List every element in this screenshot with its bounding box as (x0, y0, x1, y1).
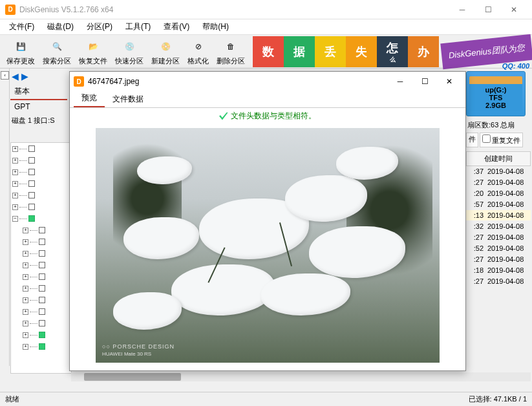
tree-row[interactable]: + (11, 283, 71, 294)
expand-icon[interactable]: + (23, 309, 28, 315)
nav-forward-icon[interactable]: ▶ (21, 71, 28, 81)
tree-row[interactable]: + (11, 271, 71, 283)
tree-row[interactable]: + (11, 236, 71, 248)
collapse-toggle[interactable]: ‹ (1, 71, 9, 80)
tab-files[interactable]: 件 (466, 133, 478, 147)
list-item[interactable]: :272019-04-08 (466, 177, 531, 188)
list-item[interactable]: :322019-04-08 (466, 221, 531, 232)
menu-view[interactable]: 查看(V) (157, 20, 196, 34)
tree-row[interactable]: + (11, 189, 71, 201)
expand-icon[interactable]: + (23, 321, 28, 326)
tree-checkbox[interactable] (39, 250, 45, 257)
preview-titlebar[interactable]: D 46747647.jpeg ─ ☐ ✕ (70, 72, 465, 91)
tree-row[interactable]: + (11, 294, 71, 306)
tree-checkbox[interactable] (39, 262, 45, 268)
tree-row[interactable]: + (11, 329, 71, 341)
drive-diagram[interactable]: up(G:) TFS 2.9GB (466, 71, 526, 116)
tree-checkbox[interactable] (28, 145, 35, 152)
tree-checkbox[interactable] (28, 215, 35, 222)
new-partition-button[interactable]: 📀新建分区 (147, 36, 184, 67)
tree-checkbox[interactable] (39, 308, 45, 315)
dup-checkbox[interactable] (482, 134, 491, 143)
expand-icon[interactable]: + (23, 262, 28, 268)
expand-icon[interactable]: + (23, 251, 28, 257)
list-item[interactable]: :522019-04-08 (466, 243, 531, 254)
column-header-time[interactable]: 创建时间 (466, 151, 531, 166)
tree-row[interactable]: + (11, 166, 71, 178)
tree-checkbox[interactable] (39, 297, 45, 303)
collapse-icon[interactable]: − (12, 216, 18, 222)
close-button[interactable]: ✕ (501, 1, 527, 19)
tree-row[interactable]: + (11, 306, 71, 317)
tree-row[interactable]: + (11, 224, 71, 236)
list-item[interactable]: :132019-04-08 (466, 210, 531, 221)
list-item[interactable]: :272019-04-08 (466, 232, 531, 243)
expand-icon[interactable]: + (23, 286, 28, 292)
tree-checkbox[interactable] (28, 169, 35, 175)
tree-checkbox[interactable] (39, 273, 45, 280)
save-button[interactable]: 💾保存更改 (3, 36, 39, 67)
expand-icon[interactable]: + (12, 158, 18, 164)
expand-icon[interactable]: + (12, 204, 18, 210)
tree-checkbox[interactable] (39, 332, 45, 338)
tree-checkbox[interactable] (39, 343, 45, 350)
expand-icon[interactable]: + (12, 181, 18, 187)
tab-preview[interactable]: 预览 (74, 90, 105, 107)
list-item[interactable]: :182019-04-08 (466, 265, 531, 276)
quick-partition-button[interactable]: 💿快速分区 (111, 36, 147, 67)
tree-row[interactable]: + (11, 259, 71, 271)
tree-checkbox[interactable] (39, 239, 45, 245)
tree-checkbox[interactable] (39, 227, 45, 233)
search-partition-button[interactable]: 🔍搜索分区 (39, 36, 75, 67)
preview-close-button[interactable]: ✕ (437, 73, 462, 90)
horizontal-scrollbar[interactable] (71, 372, 531, 381)
tree-checkbox[interactable] (28, 157, 35, 164)
tab-basic[interactable]: 基本 (10, 84, 67, 100)
list-item[interactable]: :372019-04-08 (466, 166, 531, 177)
expand-icon[interactable]: + (23, 332, 28, 338)
expand-icon[interactable]: + (12, 146, 18, 152)
menu-tools[interactable]: 工具(T) (119, 20, 157, 34)
minimize-button[interactable]: ─ (449, 1, 475, 19)
list-item[interactable]: :572019-04-08 (466, 199, 531, 210)
nav-back-icon[interactable]: ◀ (12, 71, 19, 81)
tree-row[interactable]: + (11, 317, 71, 329)
menu-help[interactable]: 帮助(H) (196, 20, 235, 34)
expand-icon[interactable]: + (23, 344, 28, 350)
recover-button[interactable]: 📂恢复文件 (75, 36, 111, 67)
tree-row[interactable]: + (11, 248, 71, 259)
tree-checkbox[interactable] (28, 180, 35, 187)
tree-row[interactable]: + (11, 143, 71, 155)
tree-row[interactable]: + (11, 178, 71, 189)
menu-partition[interactable]: 分区(P) (80, 20, 119, 34)
expand-icon[interactable]: + (23, 274, 28, 280)
tree-checkbox[interactable] (39, 285, 45, 292)
expand-icon[interactable]: + (12, 169, 18, 175)
maximize-button[interactable]: ☐ (475, 1, 501, 19)
menu-disk[interactable]: 磁盘(D) (41, 20, 80, 34)
tree-row[interactable]: + (11, 155, 71, 166)
tab-filedata[interactable]: 文件数据 (105, 91, 151, 107)
tree-checkbox[interactable] (28, 204, 35, 210)
format-button[interactable]: ⊘格式化 (184, 36, 213, 67)
list-item[interactable]: :272019-04-08 (466, 276, 531, 287)
list-item[interactable]: :202019-04-08 (466, 188, 531, 199)
tab-duplicate[interactable]: 重复文件 (480, 133, 523, 147)
list-item[interactable]: :272019-04-08 (466, 254, 531, 265)
tree-checkbox[interactable] (28, 192, 35, 198)
expand-icon[interactable]: + (12, 193, 18, 198)
preview-maximize-button[interactable]: ☐ (412, 73, 437, 90)
expand-icon[interactable]: + (23, 228, 28, 233)
file-list[interactable]: :372019-04-08:272019-04-08:202019-04-08:… (466, 166, 531, 287)
tab-gpt[interactable]: GPT (10, 100, 67, 113)
tree-row[interactable]: + (11, 201, 71, 213)
expand-icon[interactable]: + (23, 239, 28, 245)
tree-row[interactable]: − (11, 213, 71, 224)
folder-tree[interactable]: + + + + + + − + + + + + + + + + + + (10, 142, 72, 374)
delete-partition-button[interactable]: 🗑删除分区 (213, 36, 249, 67)
menu-file[interactable]: 文件(F) (3, 20, 41, 34)
tree-row[interactable]: + (11, 341, 71, 352)
expand-icon[interactable]: + (23, 297, 28, 303)
preview-minimize-button[interactable]: ─ (388, 73, 412, 90)
tree-checkbox[interactable] (39, 320, 45, 326)
